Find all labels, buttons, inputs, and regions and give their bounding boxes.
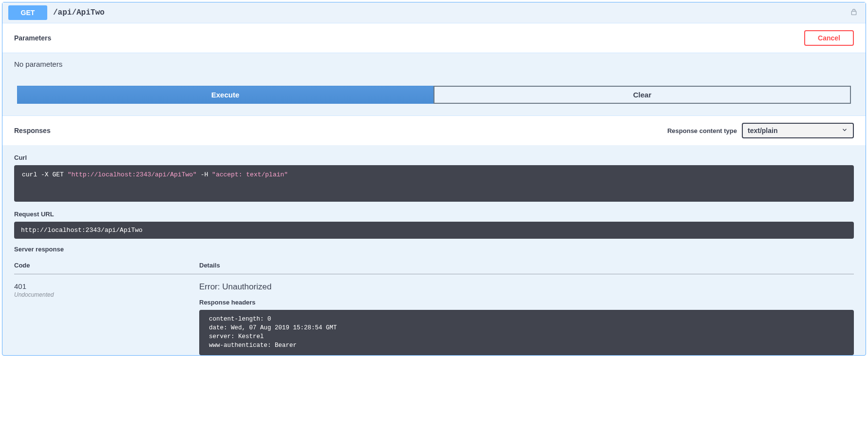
error-message: Error: Unauthorized — [199, 282, 854, 292]
curl-title: Curl — [14, 154, 854, 161]
content-type-select[interactable]: text/plain — [742, 123, 854, 138]
response-code: 401 — [14, 282, 199, 290]
code-column-header: Code — [14, 258, 199, 274]
operation-block: GET /api/ApiTwo Parameters Cancel No par… — [2, 2, 866, 356]
unlock-icon[interactable] — [850, 8, 858, 18]
parameters-header: Parameters Cancel — [2, 23, 866, 53]
endpoint-path: /api/ApiTwo — [53, 8, 105, 17]
response-headers-block[interactable]: content-length: 0 date: Wed, 07 Aug 2019… — [199, 310, 854, 355]
undocumented-label: Undocumented — [14, 291, 199, 298]
response-content-type-group: Response content type text/plain — [667, 123, 854, 138]
clear-button[interactable]: Clear — [434, 86, 851, 104]
action-button-row: Execute Clear — [2, 86, 866, 115]
cancel-button[interactable]: Cancel — [804, 30, 854, 46]
operation-summary[interactable]: GET /api/ApiTwo — [2, 2, 866, 23]
method-badge: GET — [8, 5, 47, 20]
table-row: 401 Undocumented Error: Unauthorized Res… — [14, 274, 854, 355]
response-headers-label: Response headers — [199, 299, 854, 306]
response-content-type-label: Response content type — [667, 127, 737, 134]
curl-command-block[interactable]: curl -X GET "http://localhost:2343/api/A… — [14, 165, 854, 202]
request-url-block[interactable]: http://localhost:2343/api/ApiTwo — [14, 222, 854, 239]
responses-body: Curl curl -X GET "http://localhost:2343/… — [2, 145, 866, 355]
execute-button[interactable]: Execute — [17, 86, 434, 104]
responses-title: Responses — [14, 127, 51, 134]
responses-header: Responses Response content type text/pla… — [2, 115, 866, 145]
server-response-title: Server response — [14, 246, 854, 253]
details-column-header: Details — [199, 258, 854, 274]
parameters-title: Parameters — [14, 34, 51, 42]
content-type-select-wrap: text/plain — [742, 123, 854, 138]
server-response-table: Code Details 401 Undocumented Error: Una… — [14, 258, 854, 355]
no-parameters-text: No parameters — [2, 53, 866, 86]
request-url-title: Request URL — [14, 210, 854, 218]
